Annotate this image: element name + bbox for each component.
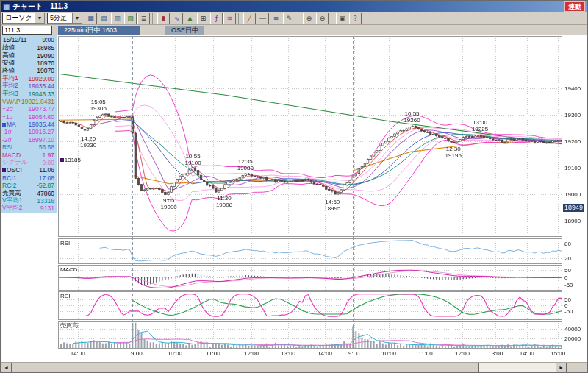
info-row: OSCI11.06 <box>1 166 57 174</box>
series-marker-icon <box>2 123 6 127</box>
info-label: -2σ <box>2 136 12 143</box>
info-value: 19090 <box>37 52 54 60</box>
horizontal-scrollbar[interactable]: ◄ ► <box>1 362 587 372</box>
indicator-icon[interactable]: ƒ <box>210 13 223 24</box>
help-icon[interactable]: ? <box>349 13 362 24</box>
info-value: 17.08 <box>39 174 54 182</box>
horizontal-line-icon[interactable]: ― <box>257 13 269 24</box>
link-mode-badge[interactable]: 連動 <box>564 1 585 12</box>
info-value: -9.09 <box>40 159 54 166</box>
info-value: 19046.33 <box>29 90 54 98</box>
draw-icon[interactable]: ✎ <box>283 13 295 24</box>
series-marker-icon <box>2 168 6 172</box>
info-value: 19073.77 <box>29 105 54 113</box>
board-icon[interactable]: ▦ <box>85 13 97 24</box>
info-panel-header: 15/12/11 9:00 <box>1 35 57 44</box>
info-row: MA19035.44 <box>1 121 57 128</box>
info-value: 19035.44 <box>29 121 54 128</box>
info-rows: 始値18985高値19090安値18970終値19070平均119029.00平… <box>1 44 57 213</box>
info-row: VWAP19021.0431 <box>1 98 57 105</box>
scroll-right-button[interactable]: ► <box>556 363 567 372</box>
quote-board-icon[interactable]: ▥ <box>111 13 123 24</box>
chart-style-label: ローソク <box>5 13 32 23</box>
toolbar-separator <box>152 13 155 24</box>
info-value: 19054.60 <box>29 113 54 121</box>
info-value: 11.06 <box>39 166 54 174</box>
info-row: RCI117.08 <box>1 174 57 182</box>
chevron-down-icon: ▼ <box>35 13 44 23</box>
info-label: シグナル <box>2 158 28 167</box>
info-label: MA <box>7 121 16 128</box>
quote-time: 9:00 <box>42 36 54 44</box>
info-value: 56.58 <box>39 143 54 151</box>
timeframe-label: 5分足 <box>50 13 67 23</box>
info-label: +1σ <box>2 113 13 121</box>
info-value: 19070 <box>37 67 54 74</box>
fibonacci-icon[interactable]: ≡ <box>270 13 282 24</box>
info-row: +1σ19054.60 <box>1 113 57 121</box>
info-value: -52.87 <box>37 182 54 189</box>
info-label: +2σ <box>2 105 13 113</box>
info-value: 19016.27 <box>29 128 54 135</box>
info-panel: 15/12/11 9:00 始値18985高値19090安値18970終値190… <box>1 35 57 213</box>
info-row: V平均29131 <box>1 205 57 212</box>
chart-style-dropdown[interactable]: ローソク ▼ <box>2 13 45 24</box>
chart-window: ▦ チャート 111.3 連動 ローソク ▼ 5分足 ▼ ▦▤▥▨≣▮∿▲⊞ƒ≋… <box>0 0 588 373</box>
chevron-down-icon: ▼ <box>72 13 82 23</box>
trendline-icon[interactable]: ╱ <box>243 13 256 24</box>
mini-chart-icon[interactable]: ▨ <box>124 13 137 24</box>
info-row: +2σ19073.77 <box>1 105 57 113</box>
app-icon: ▦ <box>3 3 10 10</box>
info-label: 平均3 <box>2 90 18 99</box>
compare-chart-icon[interactable]: ⊞ <box>197 13 209 24</box>
candle-chart-icon[interactable]: ▮ <box>157 13 170 24</box>
scrollbar-thumb[interactable] <box>12 363 479 372</box>
tick-list-icon[interactable]: ▤ <box>98 13 110 24</box>
info-row: RSI56.58 <box>1 143 57 151</box>
news-icon[interactable]: ≣ <box>137 13 150 24</box>
info-value: 47860 <box>37 190 54 197</box>
tab-ose-session[interactable]: OSE日中 <box>165 26 204 35</box>
info-value: 9131 <box>40 205 54 212</box>
toolbar-separator <box>331 13 334 24</box>
info-row: シグナル-9.09 <box>1 159 57 166</box>
info-value: 1.97 <box>42 152 54 159</box>
line-chart-icon[interactable]: ∿ <box>171 13 183 24</box>
band-icon[interactable]: ≋ <box>223 13 236 24</box>
info-value: 18997.10 <box>29 136 54 143</box>
info-value: 18970 <box>37 60 54 67</box>
titlebar[interactable]: ▦ チャート 111.3 連動 <box>1 1 587 12</box>
info-value: 19021.0431 <box>21 98 54 105</box>
info-value: 13316 <box>37 197 54 205</box>
info-label: V平均2 <box>2 204 22 213</box>
info-row: 平均319046.33 <box>1 90 57 97</box>
window-title: チャート <box>12 1 43 12</box>
info-label: OSCI <box>7 166 22 174</box>
info-value: 19029.00 <box>29 75 54 82</box>
toolbar-icon-group: ▦▤▥▨≣▮∿▲⊞ƒ≋╱―≡✎⊕⊖▣? <box>85 13 362 24</box>
toolbar-separator <box>298 13 301 24</box>
info-label: VWAP <box>2 98 21 105</box>
scrollbar-track[interactable] <box>12 363 556 372</box>
symbol-input[interactable] <box>2 26 52 35</box>
info-label: RSI <box>2 143 12 151</box>
info-value: 19035.44 <box>29 82 54 90</box>
info-value: 18985 <box>37 44 54 51</box>
info-row: -1σ19016.27 <box>1 128 57 135</box>
zoom-out-icon[interactable]: ⊖ <box>316 13 329 24</box>
area-chart-icon[interactable]: ▲ <box>184 13 196 24</box>
info-row: -2σ18997.10 <box>1 136 57 143</box>
window-title-value: 111.3 <box>50 2 68 10</box>
toolbar: ローソク ▼ 5分足 ▼ ▦▤▥▨≣▮∿▲⊞ƒ≋╱―≡✎⊕⊖▣? <box>1 12 587 25</box>
scroll-left-button[interactable]: ◄ <box>1 363 12 372</box>
info-label: -1σ <box>2 128 12 135</box>
chart-canvas[interactable] <box>1 35 587 362</box>
subheader: 225mini日中 1603 OSE日中 <box>1 25 587 35</box>
print-icon[interactable]: ▣ <box>336 13 348 24</box>
zoom-in-icon[interactable]: ⊕ <box>303 13 315 24</box>
scrollbar-corner <box>567 363 587 372</box>
tab-225mini-session[interactable]: 225mini日中 1603 <box>58 26 140 35</box>
info-label: RCI1 <box>2 174 16 182</box>
timeframe-dropdown[interactable]: 5分足 ▼ <box>47 13 82 24</box>
chart-content: 19400193001920019100190001890018949RSI80… <box>1 35 587 362</box>
